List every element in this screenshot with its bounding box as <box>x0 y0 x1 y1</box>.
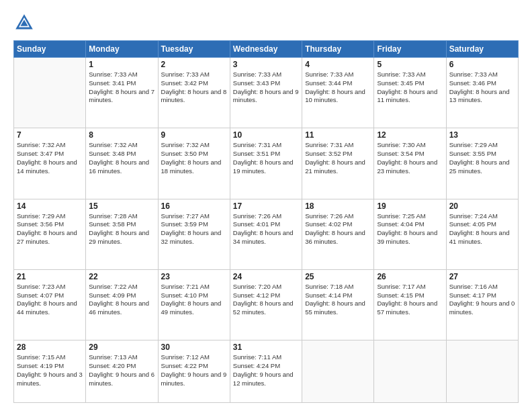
calendar-week-row: 7Sunrise: 7:32 AMSunset: 3:47 PMDaylight… <box>14 128 519 199</box>
cell-details: Sunrise: 7:11 AMSunset: 4:24 PMDaylight:… <box>233 353 299 387</box>
cell-details: Sunrise: 7:15 AMSunset: 4:19 PMDaylight:… <box>17 353 83 387</box>
calendar-day-header: Friday <box>374 41 446 58</box>
calendar-cell: 6Sunrise: 7:33 AMSunset: 3:46 PMDaylight… <box>446 58 518 128</box>
calendar-cell: 31Sunrise: 7:11 AMSunset: 4:24 PMDayligh… <box>230 340 302 403</box>
cell-details: Sunrise: 7:27 AMSunset: 3:59 PMDaylight:… <box>161 212 227 246</box>
calendar-week-row: 14Sunrise: 7:29 AMSunset: 3:56 PMDayligh… <box>14 199 519 269</box>
calendar-week-row: 28Sunrise: 7:15 AMSunset: 4:19 PMDayligh… <box>14 340 519 403</box>
day-number: 20 <box>449 201 515 211</box>
calendar-cell: 30Sunrise: 7:12 AMSunset: 4:22 PMDayligh… <box>158 340 230 403</box>
cell-details: Sunrise: 7:33 AMSunset: 3:44 PMDaylight:… <box>305 71 371 105</box>
calendar-cell: 16Sunrise: 7:27 AMSunset: 3:59 PMDayligh… <box>158 199 230 269</box>
cell-details: Sunrise: 7:24 AMSunset: 4:05 PMDaylight:… <box>449 212 515 246</box>
cell-details: Sunrise: 7:31 AMSunset: 3:51 PMDaylight:… <box>233 141 299 175</box>
cell-details: Sunrise: 7:29 AMSunset: 3:56 PMDaylight:… <box>17 212 83 246</box>
calendar-cell: 24Sunrise: 7:20 AMSunset: 4:12 PMDayligh… <box>230 269 302 340</box>
cell-details: Sunrise: 7:25 AMSunset: 4:04 PMDaylight:… <box>377 212 443 246</box>
day-number: 1 <box>89 60 154 69</box>
day-number: 11 <box>305 130 371 140</box>
day-number: 24 <box>233 272 299 281</box>
cell-details: Sunrise: 7:32 AMSunset: 3:48 PMDaylight:… <box>89 141 154 175</box>
calendar-cell: 2Sunrise: 7:33 AMSunset: 3:42 PMDaylight… <box>158 58 230 128</box>
calendar-day-header: Sunday <box>14 41 86 58</box>
calendar-cell: 12Sunrise: 7:30 AMSunset: 3:54 PMDayligh… <box>374 128 446 199</box>
day-number: 16 <box>161 201 227 211</box>
day-number: 17 <box>233 201 299 211</box>
calendar-cell: 8Sunrise: 7:32 AMSunset: 3:48 PMDaylight… <box>86 128 158 199</box>
day-number: 27 <box>449 272 515 281</box>
calendar-cell: 1Sunrise: 7:33 AMSunset: 3:41 PMDaylight… <box>86 58 158 128</box>
cell-details: Sunrise: 7:26 AMSunset: 4:01 PMDaylight:… <box>233 212 299 246</box>
calendar-day-header: Wednesday <box>230 41 302 58</box>
day-number: 22 <box>89 272 154 281</box>
cell-details: Sunrise: 7:33 AMSunset: 3:45 PMDaylight:… <box>377 71 443 105</box>
calendar-cell: 23Sunrise: 7:21 AMSunset: 4:10 PMDayligh… <box>158 269 230 340</box>
calendar-cell: 22Sunrise: 7:22 AMSunset: 4:09 PMDayligh… <box>86 269 158 340</box>
calendar-day-header: Thursday <box>302 41 374 58</box>
cell-details: Sunrise: 7:22 AMSunset: 4:09 PMDaylight:… <box>89 283 154 317</box>
cell-details: Sunrise: 7:32 AMSunset: 3:50 PMDaylight:… <box>161 141 227 175</box>
calendar-cell: 27Sunrise: 7:16 AMSunset: 4:17 PMDayligh… <box>446 269 518 340</box>
calendar-cell: 11Sunrise: 7:31 AMSunset: 3:52 PMDayligh… <box>302 128 374 199</box>
day-number: 2 <box>161 60 227 69</box>
day-number: 23 <box>161 272 227 281</box>
calendar-day-header: Tuesday <box>158 41 230 58</box>
cell-details: Sunrise: 7:33 AMSunset: 3:46 PMDaylight:… <box>449 71 515 105</box>
calendar-cell: 29Sunrise: 7:13 AMSunset: 4:20 PMDayligh… <box>86 340 158 403</box>
calendar-cell: 13Sunrise: 7:29 AMSunset: 3:55 PMDayligh… <box>446 128 518 199</box>
cell-details: Sunrise: 7:26 AMSunset: 4:02 PMDaylight:… <box>305 212 371 246</box>
calendar-cell <box>446 340 518 403</box>
calendar-cell: 5Sunrise: 7:33 AMSunset: 3:45 PMDaylight… <box>374 58 446 128</box>
cell-details: Sunrise: 7:33 AMSunset: 3:41 PMDaylight:… <box>89 71 154 105</box>
cell-details: Sunrise: 7:18 AMSunset: 4:14 PMDaylight:… <box>305 283 371 317</box>
calendar-week-row: 1Sunrise: 7:33 AMSunset: 3:41 PMDaylight… <box>14 58 519 128</box>
day-number: 28 <box>17 342 83 352</box>
calendar-cell: 7Sunrise: 7:32 AMSunset: 3:47 PMDaylight… <box>14 128 86 199</box>
day-number: 25 <box>305 272 371 281</box>
day-number: 12 <box>377 130 443 140</box>
day-number: 4 <box>305 60 371 69</box>
calendar-table: SundayMondayTuesdayWednesdayThursdayFrid… <box>13 40 519 403</box>
cell-details: Sunrise: 7:17 AMSunset: 4:15 PMDaylight:… <box>377 283 443 317</box>
logo <box>13 12 38 34</box>
calendar-cell: 10Sunrise: 7:31 AMSunset: 3:51 PMDayligh… <box>230 128 302 199</box>
cell-details: Sunrise: 7:33 AMSunset: 3:43 PMDaylight:… <box>233 71 299 105</box>
calendar-day-header: Monday <box>86 41 158 58</box>
day-number: 10 <box>233 130 299 140</box>
day-number: 9 <box>161 130 227 140</box>
cell-details: Sunrise: 7:23 AMSunset: 4:07 PMDaylight:… <box>17 283 83 317</box>
cell-details: Sunrise: 7:32 AMSunset: 3:47 PMDaylight:… <box>17 141 83 175</box>
calendar-header-row: SundayMondayTuesdayWednesdayThursdayFrid… <box>14 41 519 58</box>
calendar-cell: 28Sunrise: 7:15 AMSunset: 4:19 PMDayligh… <box>14 340 86 403</box>
cell-details: Sunrise: 7:28 AMSunset: 3:58 PMDaylight:… <box>89 212 154 246</box>
logo-icon <box>13 12 35 34</box>
cell-details: Sunrise: 7:29 AMSunset: 3:55 PMDaylight:… <box>449 141 515 175</box>
day-number: 30 <box>161 342 227 352</box>
calendar-cell: 20Sunrise: 7:24 AMSunset: 4:05 PMDayligh… <box>446 199 518 269</box>
day-number: 18 <box>305 201 371 211</box>
page: SundayMondayTuesdayWednesdayThursdayFrid… <box>0 0 532 411</box>
day-number: 15 <box>89 201 154 211</box>
cell-details: Sunrise: 7:12 AMSunset: 4:22 PMDaylight:… <box>161 353 227 387</box>
day-number: 3 <box>233 60 299 69</box>
day-number: 13 <box>449 130 515 140</box>
cell-details: Sunrise: 7:33 AMSunset: 3:42 PMDaylight:… <box>161 71 227 105</box>
cell-details: Sunrise: 7:13 AMSunset: 4:20 PMDaylight:… <box>89 353 154 387</box>
day-number: 19 <box>377 201 443 211</box>
cell-details: Sunrise: 7:20 AMSunset: 4:12 PMDaylight:… <box>233 283 299 317</box>
calendar-cell <box>14 58 86 128</box>
day-number: 31 <box>233 342 299 352</box>
calendar-cell: 18Sunrise: 7:26 AMSunset: 4:02 PMDayligh… <box>302 199 374 269</box>
calendar-cell: 26Sunrise: 7:17 AMSunset: 4:15 PMDayligh… <box>374 269 446 340</box>
calendar-cell: 3Sunrise: 7:33 AMSunset: 3:43 PMDaylight… <box>230 58 302 128</box>
day-number: 21 <box>17 272 83 281</box>
day-number: 5 <box>377 60 443 69</box>
calendar-cell: 9Sunrise: 7:32 AMSunset: 3:50 PMDaylight… <box>158 128 230 199</box>
calendar-cell: 21Sunrise: 7:23 AMSunset: 4:07 PMDayligh… <box>14 269 86 340</box>
calendar-cell: 17Sunrise: 7:26 AMSunset: 4:01 PMDayligh… <box>230 199 302 269</box>
day-number: 8 <box>89 130 154 140</box>
cell-details: Sunrise: 7:16 AMSunset: 4:17 PMDaylight:… <box>449 283 515 317</box>
day-number: 7 <box>17 130 83 140</box>
calendar-cell <box>302 340 374 403</box>
calendar-cell: 25Sunrise: 7:18 AMSunset: 4:14 PMDayligh… <box>302 269 374 340</box>
